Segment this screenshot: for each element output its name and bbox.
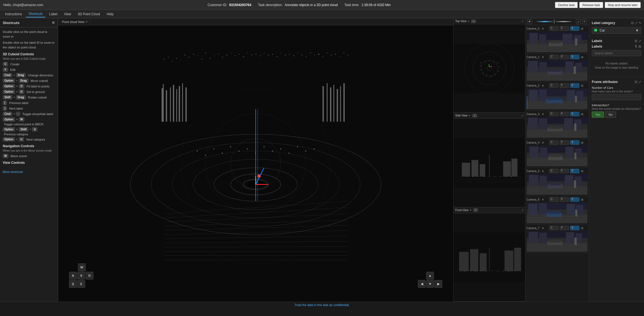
decline-task-button[interactable]: Decline task [555, 2, 578, 8]
label-category-dropdown[interactable]: Car ▼ [592, 27, 641, 34]
camera-panel-icon-p[interactable]: P [527, 19, 532, 24]
svg-point-95 [222, 153, 223, 154]
close-side-view[interactable]: ✕ [468, 114, 471, 117]
yes-button[interactable]: Yes [592, 112, 604, 118]
menu-shortcuts[interactable]: Shortcuts [26, 11, 45, 17]
no-button[interactable]: No [605, 112, 616, 118]
camera-7-f-button[interactable]: F [560, 226, 569, 230]
expand-side-view[interactable]: ⤢ [521, 114, 523, 117]
camera-1-b-button[interactable]: B [570, 55, 580, 59]
release-task-button[interactable]: Release task [579, 2, 603, 8]
camera-3-c-button[interactable]: C [549, 112, 559, 116]
labels-more-button[interactable]: ⊞ [638, 45, 641, 48]
s-key-button[interactable]: S [77, 272, 85, 279]
expand-camera-1[interactable]: ⊟ [581, 56, 588, 59]
camera-6-b-button[interactable]: B [570, 197, 580, 202]
close-camera-6[interactable]: ✕ [542, 198, 548, 201]
svg-rect-21 [231, 53, 231, 53]
camera-6-f-button[interactable]: F [560, 197, 569, 202]
expand-camera-7[interactable]: ⊟ [581, 227, 588, 230]
a-key-button[interactable]: A [69, 272, 77, 279]
expand-camera-5[interactable]: ⊟ [581, 170, 588, 173]
close-camera-0[interactable]: ✕ [542, 27, 548, 30]
menu-help[interactable]: Help [104, 11, 116, 17]
close-camera-4[interactable]: ✕ [542, 141, 548, 144]
expand-top-view[interactable]: ⤢ [521, 20, 523, 23]
menu-label[interactable]: Label [46, 11, 60, 17]
close-camera-3[interactable]: ✕ [542, 113, 548, 116]
camera-4-b-button[interactable]: B [570, 140, 580, 145]
search-labels-input[interactable] [592, 50, 641, 56]
d-key-button[interactable]: D [86, 272, 93, 279]
svg-point-153 [500, 176, 501, 177]
labels-filter-button[interactable]: ⊟ [635, 39, 637, 43]
point-cloud-tab[interactable]: Point cloud View ✕ [60, 20, 90, 24]
down-arrow-button[interactable]: ▼ [426, 280, 434, 288]
label-category-fullscreen-button[interactable]: ⤢ [635, 21, 638, 25]
camera-0-c-button[interactable]: C [549, 26, 559, 31]
camera-4-c-button[interactable]: C [549, 140, 559, 145]
svg-point-225 [574, 123, 577, 125]
camera-2-f-button[interactable]: F [560, 83, 569, 88]
frame-attrs-expand-button[interactable]: ⤢ [638, 80, 641, 84]
camera-panel-expand[interactable]: ⤢ [576, 19, 581, 24]
camera-4-f-button[interactable]: F [560, 140, 569, 145]
menu-3dpc[interactable]: 3D Point Cloud [75, 11, 103, 17]
camera-panel-edit[interactable]: ✎ [582, 19, 587, 24]
close-top-view[interactable]: ✕ [467, 20, 470, 23]
point-cloud-canvas[interactable]: W A S D Q E [58, 25, 453, 302]
close-point-cloud-tab[interactable]: ✕ [85, 20, 88, 23]
camera-7-c-button[interactable]: C [549, 226, 559, 230]
w-key-button[interactable]: W [78, 263, 86, 271]
camera-4-strip: Camera_4 ✕ C F B ⊟ [525, 139, 589, 168]
front-view-c-button[interactable]: C [473, 208, 478, 212]
left-arrow-button[interactable]: ◀ [418, 280, 426, 288]
menu-instructions[interactable]: Instructions [2, 11, 25, 17]
q-key-button[interactable]: Q [69, 280, 77, 288]
menu-view[interactable]: View [61, 11, 74, 17]
labels-expand-button[interactable]: ⤢ [638, 39, 641, 43]
side-view-c-button[interactable]: C [472, 114, 477, 117]
top-view-canvas[interactable] [454, 24, 525, 112]
expand-camera-6[interactable]: ⊟ [581, 198, 588, 201]
label-category-edit-button[interactable]: ✎ [639, 21, 641, 25]
right-arrow-button[interactable]: ▶ [434, 280, 442, 288]
close-camera-5[interactable]: ✕ [542, 170, 548, 173]
close-shortcuts-button[interactable]: ✕ [52, 20, 55, 25]
close-front-view[interactable]: ✕ [470, 209, 472, 211]
point-cloud-view[interactable]: Point cloud View ✕ [58, 18, 453, 302]
camera-1-f-button[interactable]: F [560, 55, 569, 59]
camera-1-c-button[interactable]: C [549, 55, 559, 59]
frame-attrs-collapse-button[interactable]: ⊟ [635, 80, 637, 84]
top-view-c-button[interactable]: C [471, 20, 476, 23]
camera-5-c-button[interactable]: C [549, 169, 559, 173]
svg-point-124 [485, 61, 486, 62]
camera-2-c-button[interactable]: C [549, 83, 559, 88]
stop-resume-button[interactable]: Stop and resume later [605, 2, 641, 8]
side-view-canvas[interactable] [454, 119, 525, 207]
front-view-canvas[interactable] [454, 213, 525, 301]
up-arrow-button[interactable]: ▲ [426, 272, 434, 279]
camera-3-f-button[interactable]: F [560, 112, 569, 116]
label-category-expand-button[interactable]: ⊟ [631, 21, 634, 25]
expand-camera-3[interactable]: ⊟ [581, 113, 588, 116]
camera-7-b-button[interactable]: B [570, 226, 580, 230]
camera-5-f-button[interactable]: F [560, 169, 569, 173]
camera-6-c-button[interactable]: C [549, 197, 559, 202]
expand-front-view[interactable]: ⤢ [521, 209, 523, 212]
expand-camera-2[interactable]: ⊟ [581, 84, 588, 87]
e-key-button[interactable]: E [77, 280, 85, 288]
more-shortcuts-link[interactable]: More shortcuts [0, 168, 58, 176]
camera-2-b-button[interactable]: B [570, 83, 580, 88]
labels-sort-button[interactable]: ⇅ [635, 45, 637, 48]
expand-camera-4[interactable]: ⊟ [581, 141, 588, 144]
close-camera-2[interactable]: ✕ [542, 84, 548, 87]
camera-0-f-button[interactable]: F [560, 26, 569, 31]
camera-3-b-button[interactable]: B [570, 112, 580, 116]
camera-0-b-button[interactable]: B [570, 26, 580, 31]
num-cars-input[interactable] [592, 94, 641, 100]
camera-5-b-button[interactable]: B [570, 169, 580, 173]
close-camera-7[interactable]: ✕ [542, 227, 548, 230]
expand-camera-0[interactable]: ⊟ [581, 27, 588, 30]
close-camera-1[interactable]: ✕ [542, 56, 548, 59]
